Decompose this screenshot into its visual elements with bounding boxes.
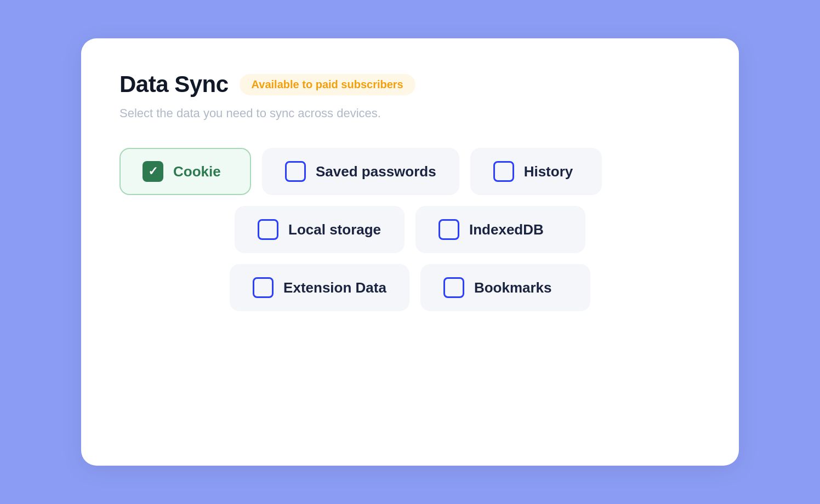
option-saved-passwords-label: Saved passwords	[316, 163, 436, 180]
option-history-label: History	[524, 163, 573, 180]
option-indexeddb[interactable]: IndexedDB	[415, 206, 585, 253]
checkbox-indexeddb	[439, 219, 459, 240]
options-grid: Cookie Saved passwords History Local sto…	[119, 148, 701, 311]
option-extension-data[interactable]: Extension Data	[230, 264, 409, 311]
options-row-2: Local storage IndexedDB	[119, 206, 701, 253]
card-header: Data Sync Available to paid subscribers	[119, 71, 701, 98]
main-card: Data Sync Available to paid subscribers …	[81, 38, 739, 466]
option-history[interactable]: History	[470, 148, 602, 195]
option-bookmarks-label: Bookmarks	[474, 279, 552, 296]
subtitle: Select the data you need to sync across …	[119, 106, 701, 121]
options-row-3: Extension Data Bookmarks	[119, 264, 701, 311]
option-local-storage[interactable]: Local storage	[235, 206, 405, 253]
subscriber-badge: Available to paid subscribers	[240, 74, 415, 95]
option-cookie[interactable]: Cookie	[119, 148, 251, 195]
checkbox-extension-data	[253, 277, 274, 298]
page-title: Data Sync	[119, 71, 229, 98]
checkbox-cookie-checked	[143, 161, 163, 182]
checkbox-local-storage	[258, 219, 278, 240]
checkbox-saved-passwords	[285, 161, 306, 182]
option-extension-data-label: Extension Data	[283, 279, 386, 296]
option-indexeddb-label: IndexedDB	[469, 221, 544, 238]
option-cookie-label: Cookie	[173, 163, 221, 180]
option-bookmarks[interactable]: Bookmarks	[420, 264, 590, 311]
option-saved-passwords[interactable]: Saved passwords	[262, 148, 459, 195]
options-row-1: Cookie Saved passwords History	[119, 148, 701, 195]
checkbox-history	[493, 161, 514, 182]
option-local-storage-label: Local storage	[288, 221, 381, 238]
checkbox-bookmarks	[443, 277, 464, 298]
